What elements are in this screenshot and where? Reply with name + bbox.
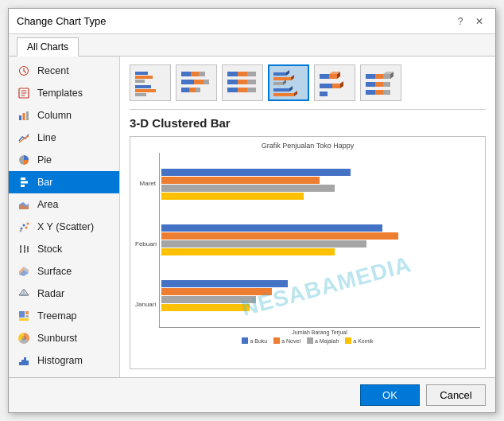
chart-type-clustered-bar[interactable] [130,64,171,101]
templates-icon [17,86,31,100]
bar-maret-majalah [161,185,335,192]
line-icon [17,131,31,145]
sidebar-label-recent: Recent [37,65,69,76]
sidebar: Recent Templates [9,57,120,377]
preview-inner: Grafik Penjualan Toko Happy Maret Febuar… [130,137,485,368]
svg-rect-64 [181,72,191,76]
svg-rect-34 [25,315,29,318]
svg-rect-81 [247,88,256,92]
bar-januari-komik [161,304,250,311]
ok-button[interactable]: OK [360,384,420,406]
svg-rect-100 [366,74,375,79]
svg-rect-58 [135,72,148,75]
preview-chart-title: Grafik Penjualan Toko Happy [135,142,480,150]
sidebar-label-line: Line [37,132,56,143]
sidebar-item-treemap[interactable]: Treemap [9,305,119,327]
column-icon [17,108,31,123]
sidebar-item-bar[interactable]: Bar [9,171,119,193]
chart-type-3d-stacked-bar[interactable] [314,64,355,101]
bars-container [159,153,480,328]
bar-febuari-buku [161,224,382,232]
sidebar-item-scatter[interactable]: X Y (Scatter) [9,216,119,238]
sidebar-item-recent[interactable]: Recent [9,60,119,82]
svg-rect-92 [320,74,329,79]
sidebar-item-histogram[interactable]: Histogram [9,349,119,372]
sidebar-item-surface[interactable]: Surface [9,260,119,283]
chart-types-row [130,64,486,110]
sidebar-item-radar[interactable]: Radar [9,283,119,305]
svg-rect-79 [227,88,238,92]
svg-rect-61 [135,85,151,88]
chart-type-3d-100-stacked-bar[interactable] [360,64,401,101]
bar-febuari-komik [161,248,335,255]
svg-rect-82 [273,72,286,76]
chart-type-3d-clustered-bar[interactable] [268,64,309,101]
cancel-button[interactable]: Cancel [426,384,486,406]
bar-maret-novel [161,177,320,184]
svg-rect-1 [19,115,21,120]
svg-rect-99 [320,92,328,96]
svg-rect-90 [273,93,294,96]
sidebar-item-column[interactable]: Column [9,104,119,127]
help-button[interactable]: ? [452,14,468,29]
chart-legend: a Buku a Novel a Majalah [135,337,480,344]
legend-majalah: a Majalah [307,337,339,344]
svg-rect-3 [26,111,29,120]
svg-rect-109 [375,90,383,95]
treemap-icon [17,309,31,323]
svg-rect-63 [135,93,146,96]
legend-komik: a Komik [345,337,373,344]
bar-group-maret [161,169,477,200]
close-button[interactable]: ✕ [471,14,487,29]
svg-rect-78 [247,80,256,84]
svg-marker-83 [286,70,289,76]
svg-rect-59 [135,76,153,79]
legend-dot-komik [345,337,351,344]
area-icon [17,197,31,212]
svg-point-10 [21,228,23,230]
svg-marker-91 [294,91,297,96]
svg-rect-88 [273,88,289,92]
sidebar-item-area[interactable]: Area [9,193,119,216]
sidebar-item-pie[interactable]: Pie [9,149,119,171]
surface-icon [17,264,31,279]
svg-rect-110 [383,90,390,95]
main-panel: 3-D Clustered Bar Grafik Penjualan Toko … [120,57,495,377]
svg-rect-72 [196,88,200,92]
svg-rect-66 [199,72,205,76]
svg-rect-73 [227,72,238,76]
sidebar-item-sunburst[interactable]: Sunburst [9,327,119,349]
svg-point-11 [23,224,25,227]
tab-all-charts[interactable]: All Charts [17,37,79,57]
svg-rect-6 [21,181,28,184]
sidebar-item-templates[interactable]: Templates [9,82,119,104]
y-axis-labels: Maret Febuari Januari [135,153,159,335]
sidebar-item-stock[interactable]: Stock [9,238,119,260]
svg-rect-80 [238,88,247,92]
sidebar-item-line[interactable]: Line [9,127,119,149]
sidebar-label-treemap: Treemap [37,310,77,322]
dialog-body: All Charts Recent [9,34,495,412]
svg-rect-70 [181,88,189,92]
chart-type-100-stacked-bar[interactable] [222,64,263,101]
dialog-title-area: Change Chart Type [17,15,107,27]
svg-rect-102 [383,74,390,79]
svg-rect-7 [21,185,25,187]
svg-rect-33 [25,311,29,314]
bar-group-januari [161,280,477,311]
sidebar-label-histogram: Histogram [37,355,83,366]
selected-chart-title: 3-D Clustered Bar [130,116,486,130]
svg-point-12 [25,227,28,229]
sidebar-item-boxwhisker[interactable]: Box & Whisker [9,372,119,377]
chart-type-stacked-bar[interactable] [176,64,217,101]
svg-rect-84 [273,77,291,80]
change-chart-type-dialog: Change Chart Type ? ✕ All Charts [8,8,496,413]
sidebar-label-scatter: X Y (Scatter) [37,221,94,232]
svg-rect-32 [19,311,25,318]
svg-rect-86 [273,82,283,85]
bar-febuari-majalah [161,240,366,248]
stock-icon [17,242,31,256]
title-bar: Change Chart Type ? ✕ [9,9,495,34]
svg-rect-107 [383,82,390,87]
svg-rect-74 [238,72,247,76]
